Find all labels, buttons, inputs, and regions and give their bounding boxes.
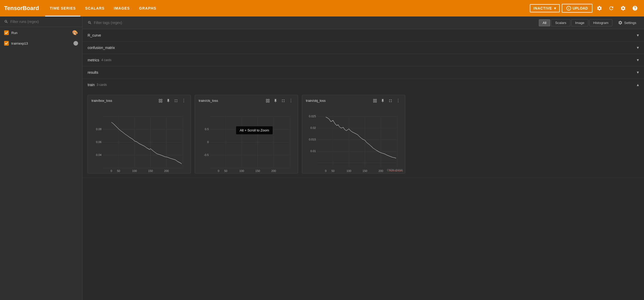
fit-domain-btn-2[interactable] bbox=[265, 98, 271, 103]
svg-text:0: 0 bbox=[218, 169, 219, 172]
chevron-down-icon-3: ▾ bbox=[637, 57, 639, 62]
train-cards-count: 3 cards bbox=[97, 83, 107, 87]
nav-scalars[interactable]: SCALARS bbox=[80, 0, 109, 16]
cls-loss-chart-svg: 0.5 0 -0.5 0 50 100 150 200 bbox=[195, 106, 298, 173]
runs-filter-input[interactable] bbox=[10, 20, 78, 24]
train-exp13-item[interactable]: train\exp13 bbox=[0, 38, 82, 48]
filter-histogram-btn[interactable]: Histogram bbox=[589, 19, 612, 26]
svg-text:150: 150 bbox=[363, 169, 367, 172]
tag-section-confusion-matrix-title: confusion_matrix bbox=[88, 46, 115, 50]
box-loss-chart-svg: 0.08 0.06 0.04 0 50 100 150 200 bbox=[88, 106, 190, 173]
svg-rect-46 bbox=[373, 101, 375, 102]
tag-section-results-title: results bbox=[88, 70, 98, 74]
pin-btn-2[interactable] bbox=[272, 98, 279, 103]
run-checkbox[interactable] bbox=[4, 30, 9, 35]
more-options-btn[interactable]: ⋮ bbox=[181, 98, 187, 104]
filter-buttons: All Scalars Image Histogram bbox=[539, 19, 612, 26]
svg-rect-22 bbox=[266, 99, 267, 101]
svg-text:100: 100 bbox=[132, 169, 137, 172]
run-header-item[interactable]: Run 🎨 bbox=[0, 27, 82, 38]
content-area: All Scalars Image Histogram Settings R_c… bbox=[82, 16, 644, 300]
svg-text:0.04: 0.04 bbox=[96, 153, 102, 156]
tags-search-icon bbox=[88, 21, 92, 25]
fit-domain-btn[interactable] bbox=[157, 98, 164, 103]
sidebar-search-bar bbox=[0, 16, 82, 27]
obj-loss-chart-svg: 0.025 0.02 0.015 0.01 0 50 100 150 200 bbox=[302, 106, 405, 173]
svg-text:100: 100 bbox=[239, 169, 244, 172]
tag-section-r-curve-header[interactable]: R_curve ▾ bbox=[82, 29, 644, 41]
chevron-down-icon: ▾ bbox=[554, 6, 556, 10]
svg-text:0.5: 0.5 bbox=[205, 128, 209, 131]
csdn-watermark: CSDN @码码 bbox=[387, 169, 403, 172]
chart-box-loss-header: train/box_loss bbox=[88, 95, 190, 106]
expand-btn-3[interactable] bbox=[387, 98, 394, 103]
confusion-matrix-label: confusion_matrix bbox=[88, 46, 115, 50]
svg-text:50: 50 bbox=[117, 169, 120, 172]
svg-text:0.025: 0.025 bbox=[309, 115, 316, 118]
help-icon[interactable] bbox=[630, 3, 640, 13]
svg-rect-3 bbox=[161, 101, 162, 102]
app-settings-icon[interactable] bbox=[618, 3, 628, 13]
more-options-btn-2[interactable]: ⋮ bbox=[288, 98, 294, 104]
chevron-up-icon: ▴ bbox=[637, 82, 639, 87]
tags-filter-bar bbox=[88, 21, 536, 25]
main-layout: Run 🎨 train\exp13 All Scalars Image Hist… bbox=[0, 16, 644, 300]
search-icon bbox=[4, 20, 8, 24]
nav-graphs[interactable]: GRAPHS bbox=[135, 0, 161, 16]
tag-section-confusion-matrix-header[interactable]: confusion_matrix ▾ bbox=[82, 41, 644, 54]
chart-cls-loss-body: 0.5 0 -0.5 0 50 100 150 200 bbox=[195, 106, 298, 173]
svg-text:0.01: 0.01 bbox=[311, 149, 316, 153]
tag-section-results-header[interactable]: results ▾ bbox=[82, 66, 644, 78]
tags-list: R_curve ▾ confusion_matrix ▾ met bbox=[82, 29, 644, 300]
pin-btn[interactable] bbox=[165, 98, 171, 103]
tag-section-metrics-header[interactable]: metrics 4 cards ▾ bbox=[82, 54, 644, 66]
upload-button[interactable]: i UPLOAD bbox=[562, 4, 592, 13]
filter-all-btn[interactable]: All bbox=[539, 19, 550, 26]
tag-section-metrics-title: metrics 4 cards bbox=[88, 58, 111, 62]
chart-obj-loss-title: train/obj_loss bbox=[306, 99, 326, 103]
expand-btn-2[interactable] bbox=[280, 98, 286, 103]
svg-text:150: 150 bbox=[148, 169, 153, 172]
sidebar: Run 🎨 train\exp13 bbox=[0, 16, 82, 300]
svg-rect-0 bbox=[159, 99, 160, 101]
tag-section-r-curve-title: R_curve bbox=[88, 33, 101, 37]
svg-text:0.08: 0.08 bbox=[96, 128, 102, 131]
chart-obj-loss-actions: ⋮ bbox=[372, 98, 401, 104]
refresh-icon[interactable] bbox=[606, 3, 616, 13]
chart-box-loss: train/box_loss bbox=[88, 95, 191, 173]
settings-control[interactable]: Settings bbox=[615, 19, 639, 26]
header: TensorBoard TIME SERIES SCALARS IMAGES G… bbox=[0, 0, 644, 16]
nav-time-series[interactable]: TIME SERIES bbox=[45, 0, 80, 16]
nav-images[interactable]: IMAGES bbox=[109, 0, 135, 16]
svg-rect-23 bbox=[268, 99, 269, 101]
svg-text:0: 0 bbox=[207, 140, 209, 144]
svg-text:50: 50 bbox=[331, 169, 334, 172]
svg-rect-25 bbox=[268, 101, 269, 102]
expand-btn[interactable] bbox=[173, 98, 179, 103]
tag-section-train-title: train 3 cards bbox=[88, 83, 107, 87]
tag-section-confusion-matrix: confusion_matrix ▾ bbox=[82, 41, 644, 54]
svg-text:0: 0 bbox=[111, 169, 112, 172]
svg-text:150: 150 bbox=[255, 169, 260, 172]
filter-image-btn[interactable]: Image bbox=[571, 19, 588, 26]
tag-section-r-curve: R_curve ▾ bbox=[82, 29, 644, 41]
tag-section-train-header[interactable]: train 3 cards ▴ bbox=[82, 79, 644, 91]
pin-btn-3[interactable] bbox=[380, 98, 386, 103]
filter-scalars-btn[interactable]: Scalars bbox=[551, 19, 570, 26]
more-options-btn-3[interactable]: ⋮ bbox=[395, 98, 401, 104]
tags-filter-input[interactable] bbox=[94, 21, 536, 25]
status-dropdown[interactable]: INACTIVE ▾ bbox=[530, 4, 560, 12]
upload-label: UPLOAD bbox=[573, 6, 588, 10]
svg-text:200: 200 bbox=[164, 169, 169, 172]
r-curve-label: R_curve bbox=[88, 33, 101, 37]
train-exp13-checkbox[interactable] bbox=[4, 41, 9, 46]
main-nav: TIME SERIES SCALARS IMAGES GRAPHS bbox=[45, 0, 530, 16]
results-label: results bbox=[88, 70, 98, 74]
chart-cls-loss-header: train/cls_loss bbox=[195, 95, 298, 106]
chart-obj-loss-body: 0.025 0.02 0.015 0.01 0 50 100 150 200 bbox=[302, 106, 405, 173]
tag-section-train: train 3 cards ▴ train/box_loss bbox=[82, 79, 644, 178]
fit-domain-btn-3[interactable] bbox=[372, 98, 378, 103]
settings-gear-icon[interactable] bbox=[595, 3, 604, 13]
svg-text:0.06: 0.06 bbox=[96, 140, 102, 144]
run-color-indicator bbox=[73, 41, 78, 46]
